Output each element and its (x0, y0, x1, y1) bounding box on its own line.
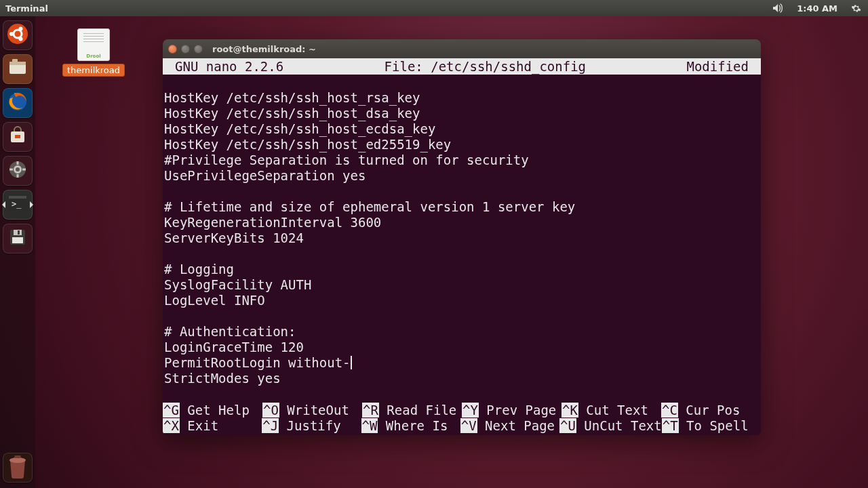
editor-line: StrictModes yes (164, 371, 760, 386)
shortcut-key: ^K (561, 403, 578, 418)
editor-line: UsePrivilegeSeparation yes (164, 168, 760, 184)
nano-shortcut: ^T To Spell (662, 418, 761, 434)
svg-rect-7 (12, 59, 18, 63)
nano-shortcut-bar: ^G Get Help^O WriteOut^R Read File^Y Pre… (163, 403, 761, 435)
nano-shortcut: ^G Get Help (163, 403, 262, 418)
nano-shortcut: ^O WriteOut (262, 403, 362, 418)
editor-line (164, 184, 760, 199)
editor-line: # Logging (164, 262, 760, 277)
shortcut-key: ^X (163, 418, 180, 433)
launcher-terminal[interactable]: >_ (3, 190, 33, 220)
editor-line: # Lifetime and size of ephemeral version… (164, 199, 760, 215)
editor-line: KeyRegenerationInterval 3600 (164, 215, 760, 230)
shortcut-label: Cur Pos (686, 403, 740, 418)
shortcut-label: To Spell (686, 418, 749, 433)
launcher-disk[interactable] (3, 224, 33, 253)
editor-line (164, 75, 760, 90)
svg-rect-14 (9, 169, 13, 171)
window-maximize-button[interactable] (194, 45, 203, 54)
launcher-trash[interactable] (3, 453, 33, 483)
shortcut-label: Get Help (187, 403, 250, 418)
terminal-body[interactable]: GNU nano 2.2.6 File: /etc/ssh/sshd_confi… (163, 58, 761, 435)
svg-point-4 (19, 37, 23, 41)
editor-line: HostKey /etc/ssh/ssh_host_ed25519_key (164, 137, 760, 152)
window-minimize-button[interactable] (181, 45, 190, 54)
nano-shortcut: ^Y Prev Page (462, 403, 561, 418)
editor-line: LogLevel INFO (164, 293, 760, 308)
clock[interactable]: 1:40 AM (790, 3, 844, 14)
sound-indicator-icon[interactable] (766, 3, 790, 13)
shortcut-key: ^Y (462, 403, 479, 418)
shortcut-label: Where Is (386, 418, 448, 433)
shortcut-key: ^J (262, 418, 279, 433)
files-icon (7, 58, 28, 81)
launcher-software[interactable] (3, 122, 33, 152)
launcher-firefox[interactable] (3, 88, 33, 118)
terminal-icon: >_ (7, 193, 28, 216)
nano-shortcut: ^V Next Page (460, 418, 559, 434)
shortcut-key: ^V (460, 418, 477, 433)
file-glyph-icon: Drool (77, 28, 110, 61)
editor-line: PermitRootLogin without- (164, 355, 760, 371)
svg-rect-15 (22, 169, 26, 171)
editor-line (164, 308, 760, 324)
shortcut-label: Read File (387, 403, 456, 418)
editor-line: SyslogFacility AUTH (164, 277, 760, 293)
nano-content[interactable]: HostKey /etc/ssh/ssh_host_rsa_keyHostKey… (163, 75, 761, 386)
window-titlebar[interactable]: root@themilkroad: ~ (163, 39, 761, 58)
editor-line: #Privilege Separation is turned on for s… (164, 152, 760, 168)
editor-line: # Authentication: (164, 324, 760, 340)
svg-rect-22 (12, 237, 23, 243)
desktop-file-icon[interactable]: Drool themilkroad (68, 28, 119, 77)
svg-rect-10 (15, 135, 20, 138)
editor-line: LoginGraceTime 120 (164, 340, 760, 355)
bag-icon (8, 126, 27, 148)
svg-rect-21 (18, 230, 20, 235)
svg-rect-13 (17, 174, 19, 178)
svg-point-2 (9, 32, 14, 36)
desktop-file-label: themilkroad (62, 64, 125, 77)
shortcut-label: Justify (287, 418, 341, 433)
nano-shortcut: ^R Read File (362, 403, 462, 418)
nano-shortcut: ^J Justify (262, 418, 361, 434)
svg-point-23 (9, 458, 26, 463)
editor-line: ServerKeyBits 1024 (164, 230, 760, 246)
text-cursor (351, 356, 352, 369)
editor-line: HostKey /etc/ssh/ssh_host_dsa_key (164, 106, 760, 121)
ubuntu-icon (7, 23, 28, 47)
nano-header: GNU nano 2.2.6 File: /etc/ssh/sshd_confi… (163, 58, 761, 75)
nano-shortcut: ^C Cur Pos (661, 403, 761, 418)
shortcut-key: ^R (362, 403, 379, 418)
svg-point-3 (19, 27, 23, 31)
shortcut-label: Next Page (485, 418, 555, 433)
nano-status: Modified (686, 58, 749, 75)
nano-shortcut: ^W Where Is (361, 418, 460, 434)
top-panel: Terminal 1:40 AM (0, 0, 868, 16)
firefox-icon (7, 92, 28, 115)
shortcut-label: WriteOut (287, 403, 349, 418)
active-app-title: Terminal (0, 3, 48, 14)
shortcut-label: Cut Text (586, 403, 648, 418)
shortcut-key: ^G (163, 403, 180, 418)
floppy-icon (8, 228, 27, 249)
nano-shortcut: ^K Cut Text (561, 403, 661, 418)
shortcut-key: ^W (361, 418, 378, 433)
launcher-dash[interactable] (3, 20, 33, 50)
gear-icon (7, 159, 28, 182)
launcher-files[interactable] (3, 54, 33, 84)
window-close-button[interactable] (168, 45, 177, 54)
session-gear-icon[interactable] (844, 3, 868, 14)
shortcut-key: ^T (662, 418, 679, 433)
nano-editor-name: GNU nano 2.2.6 (175, 58, 283, 75)
editor-line: HostKey /etc/ssh/ssh_host_rsa_key (164, 90, 760, 106)
editor-line: HostKey /etc/ssh/ssh_host_ecdsa_key (164, 121, 760, 137)
editor-line (164, 246, 760, 262)
svg-text:>_: >_ (12, 199, 22, 209)
terminal-window: root@themilkroad: ~ GNU nano 2.2.6 File:… (163, 39, 761, 435)
shortcut-label: Prev Page (486, 403, 556, 418)
launcher-settings[interactable] (3, 156, 33, 186)
svg-rect-12 (17, 161, 19, 165)
trash-icon (6, 453, 29, 482)
nano-shortcut: ^X Exit (163, 418, 262, 434)
svg-rect-17 (9, 196, 26, 199)
